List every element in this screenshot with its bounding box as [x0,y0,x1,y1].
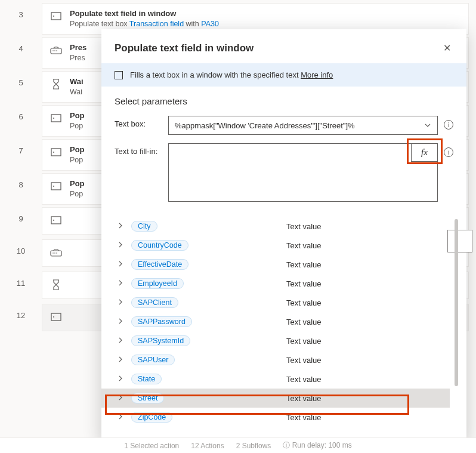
action-subtitle: Pop [70,189,85,199]
action-title: Populate text field in window [70,8,219,19]
variable-type: Text value [286,413,322,422]
hidden-button [447,230,472,252]
textbox-icon [50,310,63,323]
variable-row-sapclient[interactable]: SAPClientText value [101,293,450,312]
variable-pill: SAPClient [131,297,178,308]
action-number: 4 [0,37,42,53]
param-row-textbox: Text box: %appmask["Window 'Create Addre… [115,116,453,135]
param-label: Text box: [115,116,168,128]
chevron-right-icon [118,414,126,421]
variable-pill: SAPUser [131,355,175,365]
svg-rect-6 [51,115,61,122]
variable-type: Text value [286,241,322,250]
action-title: Wai [70,76,84,87]
action-number: 8 [0,173,42,189]
variable-row-countrycode[interactable]: CountryCodeText value [101,236,450,255]
action-number: 10 [0,239,42,255]
chevron-right-icon [118,375,126,383]
keyboard-icon [50,246,63,259]
action-title: Pop [70,178,85,189]
variable-row-sapsystemid[interactable]: SAPSystemIdText value [101,331,450,350]
info-icon[interactable]: i [444,120,453,130]
svg-rect-14 [51,251,61,256]
action-number: 11 [0,272,42,288]
variable-row-employeeid[interactable]: EmployeeIdText value [101,274,450,293]
scrollbar[interactable] [455,219,458,386]
variable-type: Text value [286,298,322,307]
status-actions: 12 Actions [191,442,224,450]
variable-type: Text value [286,222,322,231]
svg-point-16 [54,252,55,254]
variable-type: Text value [286,318,322,326]
status-subflows: 2 Subflows [236,442,271,450]
textbox-icon [50,214,63,227]
svg-rect-10 [51,183,61,190]
params-section: Select parameters Text box: %appmask["Wi… [101,87,466,214]
variable-type: Text value [286,337,322,346]
info-icon[interactable]: i [444,147,453,157]
hourglass-icon [50,78,63,91]
variables-list: CityText valueCountryCodeText valueEffec… [101,214,450,443]
variable-row-street[interactable]: StreetText value [101,389,450,408]
variable-type: Text value [286,375,322,384]
action-subtitle: Populate text box Transaction field with… [70,19,219,29]
textbox-icon [50,112,63,125]
action-title: Pop [70,110,85,121]
variable-pill: SAPSystemId [131,335,190,346]
chevron-right-icon [118,261,126,268]
action-number: 7 [0,139,42,155]
variable-pill: EmployeeId [131,278,184,289]
svg-rect-0 [51,13,61,20]
close-icon[interactable]: ✕ [441,40,453,56]
svg-point-15 [52,252,54,254]
svg-rect-12 [51,217,61,224]
action-number: 6 [0,105,42,121]
textbox-icon [50,10,63,23]
variable-pill: Street [131,393,164,403]
chevron-down-icon [424,122,431,131]
chevron-right-icon [118,337,126,344]
action-title: Pres [70,42,86,53]
chevron-right-icon [118,318,126,325]
status-bar: 1 Selected action 12 Actions 2 Subflows … [0,437,476,453]
param-label: Text to fill-in: [115,143,168,156]
fx-button[interactable]: fx [411,144,437,162]
action-subtitle: Pop [70,155,85,165]
action-subtitle: Pop [70,121,85,131]
variable-pill: City [131,221,157,232]
action-subtitle: Pres [70,53,86,63]
chevron-right-icon [118,356,126,363]
textbox-icon [50,180,63,193]
variable-row-state[interactable]: StateText value [101,369,450,389]
status-selected: 1 Selected action [124,442,179,450]
textbox-icon [115,71,123,79]
variable-row-city[interactable]: CityText value [101,217,450,236]
fillin-textarea[interactable] [169,144,437,201]
chevron-right-icon [118,223,126,230]
action-number: 9 [0,207,42,223]
variable-type: Text value [286,260,322,269]
params-heading: Select parameters [115,96,453,106]
variable-pill: CountryCode [131,240,188,251]
chevron-right-icon [118,242,126,249]
svg-point-17 [56,252,57,254]
textbox-select[interactable]: %appmask["Window 'Create Addresses'"]["S… [168,116,438,135]
svg-point-3 [52,50,54,51]
variable-row-sapuser[interactable]: SAPUserText value [101,350,450,369]
variable-type: Text value [286,394,322,403]
dialog-title: Populate text field in window [115,42,254,54]
svg-point-4 [54,50,55,51]
svg-rect-8 [51,149,61,156]
textbox-icon [50,146,63,159]
action-number: 12 [0,304,42,320]
chevron-right-icon [118,299,126,306]
info-bar: Fills a text box in a window with the sp… [101,63,466,87]
action-number: 5 [0,71,42,87]
dialog-header: Populate text field in window ✕ [101,29,466,63]
variable-row-effectivedate[interactable]: EffectiveDateText value [101,255,450,274]
keyboard-icon [50,44,63,57]
variable-row-zipcode[interactable]: ZipCodeText value [101,408,450,427]
more-info-link[interactable]: More info [301,70,333,79]
variable-row-sappassword[interactable]: SAPPasswordText value [101,312,450,331]
svg-point-5 [56,50,57,51]
